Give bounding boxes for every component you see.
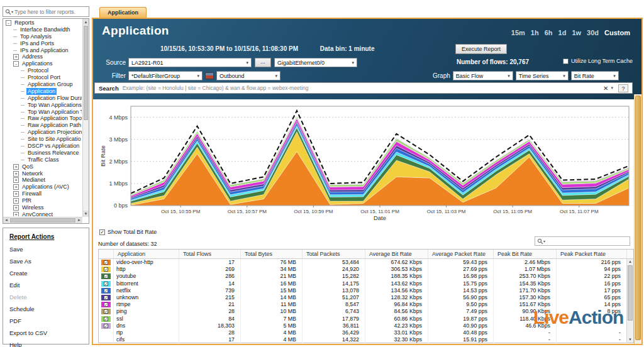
tree-hscroll-thumb[interactable] xyxy=(10,218,75,223)
action-pdf[interactable]: PDF xyxy=(9,317,89,329)
scroll-down-icon[interactable]: ▼ xyxy=(627,337,633,343)
column-header-peak-bit-rate[interactable]: Peak Bit Rate xyxy=(494,250,557,258)
expand-icon[interactable]: + xyxy=(13,164,19,170)
search-options-caret-icon[interactable]: ▾ xyxy=(11,9,13,14)
column-header-total-flows[interactable]: Total Flows xyxy=(179,250,241,258)
tree-item-interface-bandwidth[interactable]: Interface Bandwidth xyxy=(4,26,82,33)
series-color-checkbox[interactable]: ✓ xyxy=(101,309,111,314)
action-help[interactable]: Help xyxy=(9,341,89,347)
tree-item-top-analysis[interactable]: Top Analysis xyxy=(4,33,82,40)
tree-item-qos[interactable]: +QoS xyxy=(4,163,82,170)
long-term-cache-option[interactable]: Utilize Long Term Cache xyxy=(563,58,633,64)
expand-icon[interactable]: + xyxy=(13,177,19,183)
series-color-checkbox[interactable]: ✓ xyxy=(101,267,111,272)
action-save-as[interactable]: Save As xyxy=(9,258,89,270)
action-export-to-csv[interactable]: Export to CSV xyxy=(9,329,89,341)
tree-item-raw-application-path[interactable]: Raw Application Path xyxy=(4,122,82,129)
series-color-checkbox[interactable]: ✓ xyxy=(101,302,111,307)
column-header-peak-packet-rate[interactable]: Peak Packet Rate xyxy=(557,250,627,258)
tree-item-traffic-class[interactable]: Traffic Class xyxy=(4,157,82,163)
tree-item-applications-avc-[interactable]: +Applications (AVC) xyxy=(4,184,82,190)
table-scroll-thumb[interactable] xyxy=(628,265,633,321)
bitrate-chart[interactable]: 0 bps1 Mbps2 Mbps3 Mbps4 MbpsOct 15, 10:… xyxy=(98,101,634,222)
series-color-checkbox[interactable]: ✓ xyxy=(101,323,111,329)
tree-horizontal-scrollbar[interactable]: ◄ ► xyxy=(3,217,82,223)
direction-dropdown[interactable]: Outbound ▾ xyxy=(216,71,280,80)
tree-item-applications[interactable]: -Applications xyxy=(4,60,82,67)
table-row-unknown[interactable]: ✓unknown21514 MB51,207128.32 Kbps56.90 p… xyxy=(99,294,633,301)
tree-item-application[interactable]: Application xyxy=(4,88,82,95)
table-row-http[interactable]: ✓http26934 MB24,920306.53 Kbps27.69 pps1… xyxy=(99,266,633,273)
search-history-caret-icon[interactable]: ▾ xyxy=(611,85,613,91)
time-range-6h[interactable]: 6h xyxy=(545,29,553,36)
show-total-checkbox[interactable]: ✓ xyxy=(99,229,105,235)
series-color-checkbox[interactable]: ✓ xyxy=(101,273,111,279)
tree-item-dscp-vs-application[interactable]: DSCP vs Application xyxy=(4,143,82,150)
time-range-1w[interactable]: 1w xyxy=(572,29,581,36)
column-header-total-packets[interactable]: Total Packets xyxy=(303,250,365,258)
reports-filter-box[interactable]: ▾ xyxy=(3,6,89,17)
collapse-icon[interactable]: - xyxy=(13,61,19,67)
collapse-icon[interactable]: - xyxy=(6,20,11,26)
table-row-youtube[interactable]: ✓youtube28621 MB15,282188.35 Kbps16.98 p… xyxy=(99,273,633,280)
table-row-cifs[interactable]: cifs174 MB14,32232.30 Kbps15.91 pps-- xyxy=(99,336,633,343)
scroll-left-icon[interactable]: ◄ xyxy=(3,218,9,223)
close-icon[interactable]: ✕ xyxy=(603,85,608,92)
tree-vertical-scrollbar[interactable]: ▲ ▼ xyxy=(82,19,89,217)
tree-item-medianet[interactable]: +Medianet xyxy=(4,177,82,184)
column-header-total-bytes[interactable]: Total Bytes xyxy=(241,250,303,258)
time-range-custom[interactable]: Custom xyxy=(604,29,630,36)
tab-application[interactable]: Application xyxy=(99,7,147,18)
tree-item-protocol[interactable]: Protocol xyxy=(4,67,82,74)
tree-scroll-thumb[interactable] xyxy=(84,26,88,120)
reports-filter-input[interactable] xyxy=(14,9,87,15)
graph-mode-dropdown[interactable]: Time Series ▾ xyxy=(516,71,569,80)
series-color-checkbox[interactable]: ✓ xyxy=(101,260,111,265)
tree-item-ips-and-application[interactable]: IPs and Application xyxy=(4,47,82,54)
tree-item-business-relevance[interactable]: Business Relevance xyxy=(4,150,82,157)
expand-icon[interactable]: + xyxy=(13,184,19,190)
tree-item-top-wan-appilcation-t[interactable]: Top Wan Appilcation T xyxy=(4,109,82,116)
graph-type-dropdown[interactable]: Basic Flow ▾ xyxy=(453,71,513,80)
help-button[interactable]: ? xyxy=(618,84,628,92)
search-options-caret-icon[interactable]: ▾ xyxy=(543,239,545,243)
table-vertical-scrollbar[interactable]: ▲ ▼ xyxy=(626,259,633,343)
filter-group-dropdown[interactable]: *DefaultFilterGroup ▾ xyxy=(128,71,203,80)
expand-icon[interactable]: + xyxy=(13,212,19,216)
time-range-1h[interactable]: 1h xyxy=(531,29,539,36)
table-row-video-over-http[interactable]: ✓video-over-http1776 MB53,484674.62 Kbps… xyxy=(99,259,633,266)
action-schedule[interactable]: Schedule xyxy=(9,306,89,317)
tree-item-protocol-port[interactable]: Protocol Port xyxy=(4,74,82,81)
expand-icon[interactable]: + xyxy=(13,198,19,204)
interface-dropdown[interactable]: GigabitEthernet0/0 ▾ xyxy=(274,58,357,67)
table-row-bittorrent[interactable]: ✓bittorrent1416 MB14,175143.62 Kbps15.75… xyxy=(99,280,633,287)
source-more-button[interactable]: ... xyxy=(255,58,271,67)
series-color-checkbox[interactable]: ✓ xyxy=(101,288,111,294)
tree-item-top-wan-applications[interactable]: Top Wan Applications xyxy=(4,102,82,109)
tree-item-pfr[interactable]: +PfR xyxy=(4,197,82,204)
show-total-bitrate-option[interactable]: ✓ Show Total Bit Rate xyxy=(99,229,157,235)
scroll-right-icon[interactable]: ► xyxy=(76,218,82,223)
main-scroll-thumb[interactable] xyxy=(635,96,641,340)
action-create[interactable]: Create xyxy=(9,270,89,282)
tree-item-wireless[interactable]: +Wireless xyxy=(4,204,82,211)
scroll-up-icon[interactable]: ▲ xyxy=(627,259,633,265)
table-row-rtp[interactable]: rtp284 MB36,42933.01 Kbps40.48 pps-- xyxy=(99,329,633,336)
tree-item-application-flow-dura[interactable]: Application Flow Dura xyxy=(4,95,82,102)
scroll-down-icon[interactable]: ▼ xyxy=(83,211,89,217)
expand-icon[interactable]: + xyxy=(13,171,19,177)
tree-item-raw-application-topol[interactable]: Raw Application Topol xyxy=(4,115,82,122)
source-device-dropdown[interactable]: LA2921-R01 ▾ xyxy=(128,58,252,67)
expand-icon[interactable]: + xyxy=(13,191,19,197)
main-scrollbar[interactable] xyxy=(634,94,641,344)
long-term-cache-checkbox[interactable] xyxy=(563,58,569,64)
filter-display-icon[interactable] xyxy=(205,72,214,79)
tree-item-anyconnect[interactable]: +AnyConnect xyxy=(4,211,82,216)
tree-item-firewall[interactable]: +Firewall xyxy=(4,190,82,197)
tree-item-application-projection[interactable]: Application Projection xyxy=(4,129,82,136)
series-color-checkbox[interactable]: ✓ xyxy=(101,281,111,287)
series-color-checkbox[interactable]: ✓ xyxy=(101,295,111,300)
tree-item-network[interactable]: +Network xyxy=(4,170,82,177)
column-header-application[interactable]: Application xyxy=(114,250,179,258)
tree-item-address[interactable]: +Address xyxy=(4,53,82,60)
